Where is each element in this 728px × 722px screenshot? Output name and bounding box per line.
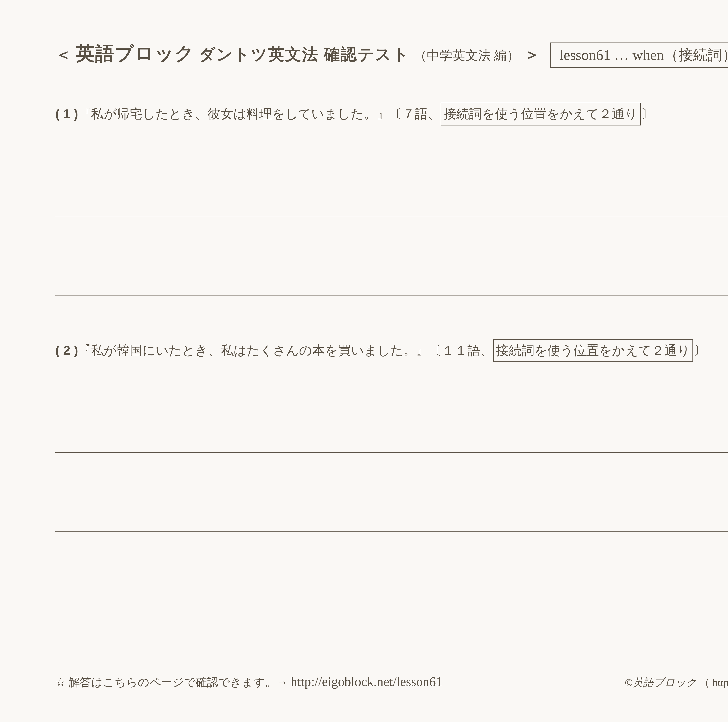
- worksheet-page: ＜ 英語ブロック ダントツ英文法 確認テスト （中学英文法 編） ＞ lesso…: [0, 0, 728, 722]
- header-row: ＜ 英語ブロック ダントツ英文法 確認テスト （中学英文法 編） ＞ lesso…: [55, 41, 728, 68]
- question-1-text: ( 1 ) 『私が帰宅したとき、彼女は料理をしていました。』〔７語、 接続詞を使…: [55, 102, 728, 125]
- answer-line[interactable]: [55, 531, 728, 532]
- angle-close: ＞: [524, 44, 540, 66]
- footer-right: ©英語ブロック （ http://eigoblock.com/ ） 編集･加工･…: [625, 676, 728, 690]
- footer-left-text: 解答はこちらのページで確認できます。→: [69, 675, 288, 690]
- brand-name: 英語ブロック: [76, 41, 194, 66]
- answer-line[interactable]: [55, 216, 728, 216]
- title-sub: （中学英文法 編）: [414, 47, 520, 64]
- footer: ☆ 解答はこちらのページで確認できます。→ http://eigoblock.n…: [55, 674, 728, 690]
- question-1-answer-lines: [55, 216, 728, 296]
- question-2-prompt: 『私が韓国にいたとき、私はたくさんの本を買いました。』〔１１語、: [78, 340, 493, 361]
- question-1-suffix: 〕: [641, 104, 653, 124]
- footer-copyright: ©英語ブロック: [625, 677, 697, 688]
- question-1-prompt: 『私が帰宅したとき、彼女は料理をしていました。』〔７語、: [78, 104, 440, 124]
- question-1-number: ( 1 ): [55, 104, 78, 124]
- question-2-hint-box: 接続詞を使う位置をかえて２通り: [493, 339, 693, 362]
- question-2-text: ( 2 ) 『私が韓国にいたとき、私はたくさんの本を買いました。』〔１１語、 接…: [55, 339, 728, 362]
- footer-star-icon: ☆: [55, 676, 66, 689]
- footer-left: ☆ 解答はこちらのページで確認できます。→ http://eigoblock.n…: [55, 674, 442, 690]
- footer-site-url: （ http://eigoblock.com/ ）: [699, 677, 728, 688]
- angle-open: ＜: [55, 44, 71, 66]
- question-1-hint-box: 接続詞を使う位置をかえて２通り: [440, 102, 641, 125]
- question-1: ( 1 ) 『私が帰宅したとき、彼女は料理をしていました。』〔７語、 接続詞を使…: [55, 102, 728, 296]
- lesson-title-box: lesson61 … when（接続詞）の使い方: [550, 43, 728, 68]
- question-2: ( 2 ) 『私が韓国にいたとき、私はたくさんの本を買いました。』〔１１語、 接…: [55, 339, 728, 532]
- question-2-answer-lines: [55, 452, 728, 532]
- answer-line[interactable]: [55, 452, 728, 453]
- title-main: ダントツ英文法 確認テスト: [199, 44, 410, 66]
- answer-line[interactable]: [55, 295, 728, 296]
- question-2-suffix: 〕: [693, 340, 706, 361]
- question-2-number: ( 2 ): [55, 340, 78, 361]
- footer-answer-url: http://eigoblock.net/lesson61: [291, 674, 442, 689]
